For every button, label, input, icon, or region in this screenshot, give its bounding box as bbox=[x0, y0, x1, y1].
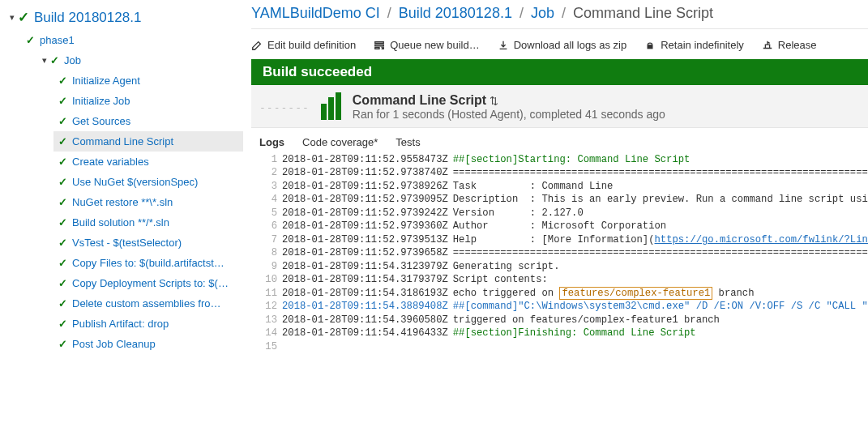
log-line: 42018-01-28T09:11:52.9739095ZDescription… bbox=[259, 193, 865, 206]
log-line-number: 12 bbox=[259, 300, 277, 313]
tool-label: Download all logs as zip bbox=[514, 39, 626, 51]
tree-step[interactable]: ✓Delete custom assemblies fro… bbox=[53, 293, 243, 314]
tree-step[interactable]: ✓VsTest - $(testSelector) bbox=[53, 233, 243, 253]
edit-build-definition-button[interactable]: Edit build definition bbox=[251, 39, 356, 51]
release-icon bbox=[762, 40, 773, 51]
log-line: 62018-01-28T09:11:52.9739360ZAuthor : Mi… bbox=[259, 220, 865, 233]
tree-step[interactable]: ✓Post Job Cleanup bbox=[53, 334, 243, 354]
log-area[interactable]: 12018-01-28T09:11:52.9558473Z##[section]… bbox=[251, 153, 868, 361]
breadcrumb-definition[interactable]: YAMLBuildDemo CI bbox=[251, 5, 380, 21]
tree-step[interactable]: ✓Copy Deployment Scripts to: $(… bbox=[53, 273, 243, 293]
check-icon: ✓ bbox=[58, 338, 67, 350]
download-logs-button[interactable]: Download all logs as zip bbox=[498, 39, 626, 51]
log-line: 112018-01-28T09:11:54.3186193Zecho trigg… bbox=[259, 287, 865, 300]
log-line: 22018-01-28T09:11:52.9738740Z===========… bbox=[259, 166, 865, 179]
tree-step[interactable]: ✓Command Line Script bbox=[53, 131, 243, 152]
tree-step[interactable]: ✓Build solution **/*.sln bbox=[53, 212, 243, 233]
log-line: 92018-01-28T09:11:54.3123979ZGenerating … bbox=[259, 260, 865, 273]
log-line-number: 8 bbox=[259, 246, 277, 259]
tool-label: Retain indefinitely bbox=[661, 39, 744, 51]
log-text: ========================================… bbox=[453, 246, 868, 259]
log-line-number: 15 bbox=[259, 340, 277, 353]
log-text: Help : [More Information](https://go.mic… bbox=[453, 233, 868, 246]
log-line-number: 2 bbox=[259, 166, 277, 179]
check-icon: ✓ bbox=[58, 156, 67, 168]
breadcrumb-current: Command Line Script bbox=[573, 5, 713, 21]
tab-logs[interactable]: Logs bbox=[259, 136, 284, 148]
log-text: ========================================… bbox=[453, 166, 868, 179]
svg-rect-3 bbox=[648, 45, 653, 49]
build-tree-sidebar: ▾ ✓ Build 20180128.1 ✓ phase1 ▾ ✓ Job ✓I… bbox=[0, 0, 243, 361]
tree-step[interactable]: ✓Initialize Job bbox=[53, 91, 243, 111]
log-timestamp: 2018-01-28T09:11:52.9738926Z bbox=[282, 180, 448, 193]
log-text: Version : 2.127.0 bbox=[453, 207, 584, 220]
tree-step[interactable]: ✓Publish Artifact: drop bbox=[53, 314, 243, 334]
tab-code-coverage[interactable]: Code coverage* bbox=[302, 136, 378, 148]
log-text: Generating script. bbox=[453, 260, 560, 273]
step-header: ------- Command Line Script ⇅ Ran for 1 … bbox=[251, 85, 868, 128]
log-text: ##[section]Finishing: Command Line Scrip… bbox=[453, 327, 696, 339]
log-text: Script contents: bbox=[453, 273, 548, 286]
log-line-number: 5 bbox=[259, 207, 277, 220]
tree-step-label: Copy Deployment Scripts to: $(… bbox=[72, 277, 229, 289]
tree-phase[interactable]: ✓ phase1 bbox=[21, 30, 243, 50]
log-timestamp: 2018-01-28T09:11:52.9739360Z bbox=[282, 220, 448, 233]
log-line: 82018-01-28T09:11:52.9739658Z===========… bbox=[259, 246, 865, 259]
tree-step[interactable]: ✓Get Sources bbox=[53, 111, 243, 131]
check-icon: ✓ bbox=[58, 297, 67, 310]
chevron-down-icon: ▾ bbox=[42, 55, 47, 66]
log-line-number: 13 bbox=[259, 314, 277, 327]
tree-step[interactable]: ✓Use NuGet $(versionSpec) bbox=[53, 172, 243, 192]
log-line: 102018-01-28T09:11:54.3179379ZScript con… bbox=[259, 273, 865, 286]
tree-step[interactable]: ✓NuGet restore **\*.sln bbox=[53, 192, 243, 212]
tool-label: Release bbox=[778, 39, 817, 51]
step-title: Command Line Script bbox=[353, 93, 486, 107]
tree-step[interactable]: ✓Create variables bbox=[53, 152, 243, 172]
log-line-number: 10 bbox=[259, 273, 277, 286]
tree-step-label: Post Job Cleanup bbox=[72, 338, 156, 350]
tree-build-root[interactable]: ▾ ✓ Build 20180128.1 bbox=[5, 5, 243, 30]
tree-step[interactable]: ✓Initialize Agent bbox=[53, 70, 243, 91]
tree-step-label: Initialize Job bbox=[72, 95, 130, 107]
breadcrumb-build[interactable]: Build 20180128.1 bbox=[399, 5, 512, 21]
log-line-number: 9 bbox=[259, 260, 277, 273]
tree-job-label: Job bbox=[64, 54, 81, 66]
log-link-url[interactable]: https://go.microsoft.com/fwlink/?LinkID=… bbox=[655, 234, 869, 246]
tree-step-label: Copy Files to: $(build.artifactst… bbox=[72, 257, 224, 269]
tree-build-root-label: Build 20180128.1 bbox=[34, 10, 141, 26]
tool-label: Queue new build… bbox=[390, 39, 480, 51]
check-icon: ✓ bbox=[26, 34, 35, 46]
check-icon: ✓ bbox=[58, 115, 67, 127]
check-icon: ✓ bbox=[50, 54, 59, 66]
log-timestamp: 2018-01-28T09:11:54.4196433Z bbox=[282, 327, 448, 339]
log-timestamp: 2018-01-28T09:11:52.9739242Z bbox=[282, 207, 448, 220]
tree-step-label: Publish Artifact: drop bbox=[72, 318, 169, 330]
tree-step-label: Build solution **/*.sln bbox=[72, 216, 169, 228]
tree-job[interactable]: ▾ ✓ Job bbox=[37, 50, 243, 70]
tree-step-label: Command Line Script bbox=[72, 135, 173, 147]
log-text: ##[section]Starting: Command Line Script bbox=[453, 153, 691, 166]
breadcrumb: YAMLBuildDemo CI / Build 20180128.1 / Jo… bbox=[251, 0, 868, 28]
check-icon: ✓ bbox=[58, 216, 67, 228]
log-timestamp: 2018-01-28T09:11:54.3179379Z bbox=[282, 273, 448, 286]
log-line: 52018-01-28T09:11:52.9739242ZVersion : 2… bbox=[259, 207, 865, 220]
bar-graph-icon bbox=[321, 94, 341, 120]
check-icon: ✓ bbox=[58, 95, 67, 107]
check-icon: ✓ bbox=[58, 196, 67, 208]
log-timestamp: 2018-01-28T09:11:52.9739513Z bbox=[282, 233, 448, 246]
check-icon: ✓ bbox=[58, 277, 67, 289]
queue-new-build-button[interactable]: Queue new build… bbox=[374, 39, 480, 51]
release-button[interactable]: Release bbox=[762, 39, 817, 51]
log-text: triggered on features/complex-feature1 b… bbox=[453, 314, 720, 327]
log-timestamp: 2018-01-28T09:11:54.3960580Z bbox=[282, 314, 448, 327]
retain-button[interactable]: Retain indefinitely bbox=[644, 39, 744, 51]
tab-tests[interactable]: Tests bbox=[396, 136, 420, 148]
check-icon: ✓ bbox=[58, 237, 67, 249]
queue-icon bbox=[374, 40, 385, 51]
tree-step-label: VsTest - $(testSelector) bbox=[72, 237, 182, 249]
check-icon: ✓ bbox=[58, 257, 67, 269]
tree-step[interactable]: ✓Copy Files to: $(build.artifactst… bbox=[53, 253, 243, 273]
log-link-label: [More Information] bbox=[542, 234, 649, 246]
breadcrumb-job[interactable]: Job bbox=[531, 5, 554, 21]
chevron-down-icon: ▾ bbox=[10, 12, 15, 23]
